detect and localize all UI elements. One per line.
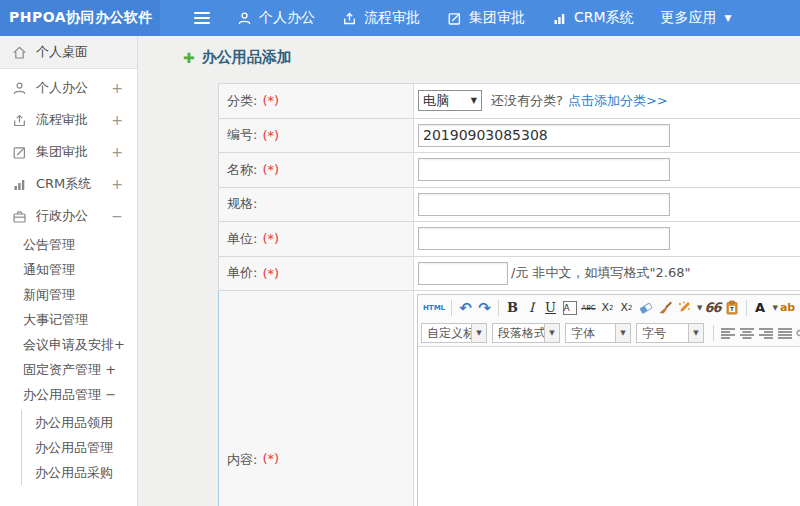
expand-plus-icon[interactable]: +: [111, 80, 123, 96]
form-row-category: 分类: (*) 电脑 ▼ 还没有分类? 点击添加分类>>: [219, 84, 800, 119]
sidebar-item-personal-desktop[interactable]: 个人桌面: [0, 36, 137, 69]
form-row-name: 名称: (*): [219, 153, 800, 188]
sidebar-subitem-meeting[interactable]: 会议申请及安排+: [0, 332, 137, 357]
sidebar-item-label: 个人桌面: [36, 43, 123, 61]
bold-button[interactable]: B: [504, 298, 521, 317]
name-label: 名称:: [227, 161, 257, 179]
expand-plus-icon[interactable]: +: [111, 144, 123, 160]
required-marker: (*): [262, 162, 279, 177]
eraser-icon[interactable]: [637, 298, 655, 317]
font-family-dropdown[interactable]: 字体 ▼: [565, 323, 631, 343]
sidebar-item-process-approval[interactable]: 流程审批 +: [0, 104, 137, 136]
sidebar-subitem-fixed-assets[interactable]: 固定资产管理 +: [0, 357, 137, 382]
process-icon: [12, 113, 27, 128]
nav-item-label: CRM系统: [574, 9, 634, 27]
paragraph-format-dropdown[interactable]: 段落格式 ▼: [492, 323, 560, 343]
add-category-link[interactable]: 点击添加分类>>: [568, 92, 668, 110]
sidebar-subsub-group: 办公用品领用 办公用品管理 办公用品采购: [21, 410, 137, 485]
nav-item-process-approval[interactable]: 流程审批: [342, 9, 420, 27]
dropdown-caret-icon: ▼: [544, 324, 559, 342]
page-title-text: 办公用品添加: [202, 48, 292, 67]
font-color-caret-icon[interactable]: ▼: [773, 304, 778, 312]
category-label: 分类:: [227, 92, 257, 110]
sidebar: 个人桌面 个人办公 + 流程审批 + 集团审批 +: [0, 36, 138, 506]
category-select[interactable]: 电脑 ▼: [418, 90, 482, 111]
sidebar-subitem-news[interactable]: 新闻管理: [0, 282, 137, 307]
redo-button[interactable]: ↷: [476, 298, 493, 317]
font-size-dropdown[interactable]: 字号 ▼: [636, 323, 704, 343]
user-icon: [12, 81, 27, 96]
main-content: ✚ 办公用品添加 分类: (*) 电脑 ▼ 还没有分类? 点击添加分类>> 编号…: [138, 36, 800, 506]
sidebar-item-admin-office[interactable]: 行政办公 −: [0, 200, 137, 232]
category-select-value: 电脑: [423, 92, 449, 110]
italic-button[interactable]: I: [523, 298, 540, 317]
name-input[interactable]: [418, 158, 670, 181]
collapse-minus-icon[interactable]: −: [111, 208, 123, 224]
custom-title-dropdown[interactable]: 自定义标题 ▼: [421, 323, 487, 343]
dropdown-caret-icon: ▼: [471, 324, 486, 342]
highlight-color-button[interactable]: ab: [779, 298, 796, 317]
align-right-icon[interactable]: [757, 324, 774, 343]
align-left-icon[interactable]: [719, 324, 736, 343]
sidebar-item-label: 流程审批: [36, 111, 111, 129]
nav-item-label: 集团审批: [469, 9, 525, 27]
editor-content-area[interactable]: [418, 347, 800, 506]
blockquote-button[interactable]: 66: [703, 298, 721, 317]
unit-label: 单位:: [227, 230, 257, 248]
unit-input[interactable]: [418, 227, 670, 250]
briefcase-icon: [12, 209, 27, 224]
expand-plus-icon[interactable]: +: [111, 176, 123, 192]
auto-typeset-magic-pen-icon[interactable]: [676, 298, 693, 317]
code-input[interactable]: [418, 124, 670, 147]
underline-button[interactable]: U: [542, 298, 559, 317]
subscript-button[interactable]: X2: [618, 298, 635, 317]
superscript-button[interactable]: X2: [599, 298, 616, 317]
nav-item-crm[interactable]: CRM系统: [552, 9, 634, 27]
sidebar-item-group-approval[interactable]: 集团审批 +: [0, 136, 137, 168]
rich-text-editor: HTML ↶ ↷ B I U A ABC X2 X2: [417, 294, 800, 506]
price-input[interactable]: [418, 262, 508, 285]
sidebar-subitem-office-supplies[interactable]: 办公用品管理 −: [0, 382, 137, 407]
sidebar-subitem-announcement[interactable]: 公告管理: [0, 232, 137, 257]
sidebar-subitem-memorabilia[interactable]: 大事记管理: [0, 307, 137, 332]
price-hint: /元 非中文，如填写格式"2.68": [511, 264, 690, 282]
sidebar-subitem-notice[interactable]: 通知管理: [0, 257, 137, 282]
html-source-button[interactable]: HTML: [422, 298, 446, 317]
strikethrough-button[interactable]: ABC: [580, 298, 597, 317]
sidebar-item-personal-office[interactable]: 个人办公 +: [0, 72, 137, 104]
svg-text:T: T: [730, 306, 734, 312]
chart-icon: [552, 11, 567, 26]
form-row-price: 单价: (*) /元 非中文，如填写格式"2.68": [219, 257, 800, 292]
nav-item-more-apps[interactable]: 更多应用 ▼: [661, 9, 732, 27]
nav-item-label: 更多应用: [661, 9, 717, 27]
sidebar-item-label: 行政办公: [36, 207, 111, 225]
text-style-button[interactable]: A: [563, 301, 577, 315]
undo-button[interactable]: ↶: [457, 298, 474, 317]
edit-icon: [447, 11, 462, 26]
home-icon: [12, 45, 27, 60]
nav-item-personal-office[interactable]: 个人办公: [237, 9, 315, 27]
nav-item-group-approval[interactable]: 集团审批: [447, 9, 525, 27]
align-center-icon[interactable]: [738, 324, 755, 343]
format-painter-brush-icon[interactable]: [657, 298, 674, 317]
form-row-spec: 规格:: [219, 188, 800, 223]
sidebar-item-label: 个人办公: [36, 79, 111, 97]
sidebar-subsubitem-supplies-claim[interactable]: 办公用品领用: [22, 410, 137, 435]
font-color-button[interactable]: A: [752, 298, 769, 317]
sidebar-subsubitem-supplies-purchase[interactable]: 办公用品采购: [22, 460, 137, 485]
chart-icon: [12, 177, 27, 192]
hamburger-menu-icon[interactable]: [194, 9, 210, 27]
sidebar-subsubitem-supplies-manage[interactable]: 办公用品管理: [22, 435, 137, 460]
edit-icon: [12, 145, 27, 160]
link-icon[interactable]: [795, 324, 800, 343]
align-justify-icon[interactable]: [776, 324, 793, 343]
magic-pen-caret-icon[interactable]: ▼: [697, 304, 702, 312]
paste-clipboard-icon[interactable]: T: [724, 298, 741, 317]
expand-plus-icon[interactable]: +: [111, 112, 123, 128]
sidebar-item-label: CRM系统: [36, 175, 111, 193]
sidebar-item-crm[interactable]: CRM系统 +: [0, 168, 137, 200]
editor-toolbar-row-1: HTML ↶ ↷ B I U A ABC X2 X2: [418, 295, 800, 320]
dropdown-caret-icon: ▼: [688, 324, 703, 342]
spec-input[interactable]: [418, 193, 670, 216]
spec-label: 规格:: [227, 195, 257, 213]
